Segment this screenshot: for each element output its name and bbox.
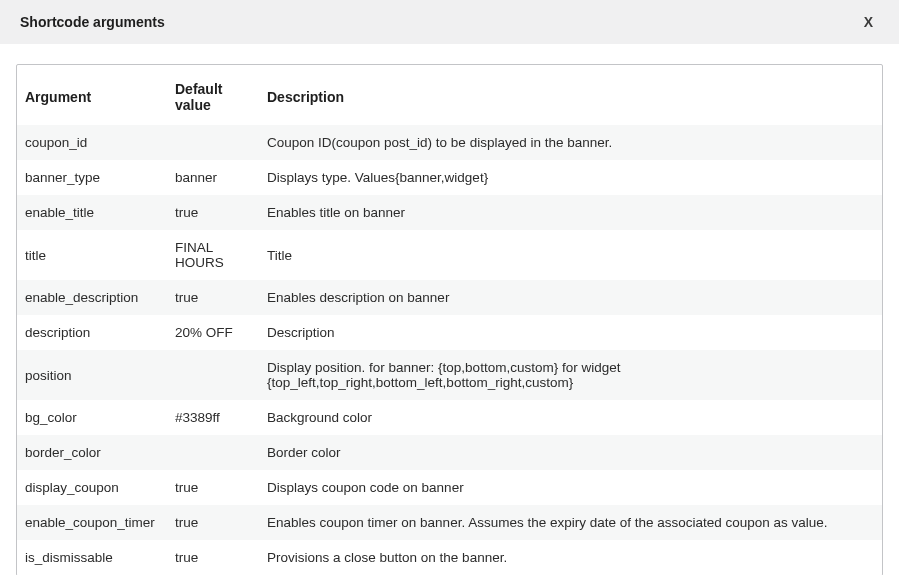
table-row: enable_coupon_timer true Enables coupon … [17,505,882,540]
default-cell: true [167,195,259,230]
default-cell: FINAL HOURS [167,230,259,280]
default-cell [167,435,259,470]
argument-cell: is_dismissable [17,540,167,575]
default-cell [167,125,259,160]
default-cell: true [167,470,259,505]
table-row: bg_color #3389ff Background color [17,400,882,435]
argument-cell: border_color [17,435,167,470]
description-cell: Display position. for banner: {top,botto… [259,350,882,400]
table-row: title FINAL HOURS Title [17,230,882,280]
modal-title: Shortcode arguments [20,14,165,30]
description-cell: Title [259,230,882,280]
argument-cell: bg_color [17,400,167,435]
default-cell: true [167,280,259,315]
argument-cell: enable_coupon_timer [17,505,167,540]
default-cell: 20% OFF [167,315,259,350]
description-cell: Provisions a close button on the banner. [259,540,882,575]
table-row: enable_description true Enables descript… [17,280,882,315]
argument-cell: display_coupon [17,470,167,505]
modal-content: Argument Default value Description coupo… [0,44,899,575]
default-cell [167,350,259,400]
description-cell: Enables coupon timer on banner. Assumes … [259,505,882,540]
col-argument-header: Argument [17,65,167,125]
default-cell: banner [167,160,259,195]
table-header-row: Argument Default value Description [17,65,882,125]
description-cell: Enables title on banner [259,195,882,230]
close-button[interactable]: X [858,12,879,32]
description-cell: Displays type. Values{banner,widget} [259,160,882,195]
table-row: coupon_id Coupon ID(coupon post_id) to b… [17,125,882,160]
argument-cell: banner_type [17,160,167,195]
argument-cell: enable_title [17,195,167,230]
default-cell: true [167,540,259,575]
arguments-table: Argument Default value Description coupo… [17,65,882,575]
argument-cell: description [17,315,167,350]
table-row: position Display position. for banner: {… [17,350,882,400]
table-row: enable_title true Enables title on banne… [17,195,882,230]
description-cell: Border color [259,435,882,470]
arguments-table-wrap: Argument Default value Description coupo… [16,64,883,575]
table-row: border_color Border color [17,435,882,470]
col-description-header: Description [259,65,882,125]
modal-header: Shortcode arguments X [0,0,899,44]
default-cell: true [167,505,259,540]
table-row: is_dismissable true Provisions a close b… [17,540,882,575]
table-row: display_coupon true Displays coupon code… [17,470,882,505]
argument-cell: position [17,350,167,400]
description-cell: Description [259,315,882,350]
table-row: description 20% OFF Description [17,315,882,350]
argument-cell: enable_description [17,280,167,315]
argument-cell: coupon_id [17,125,167,160]
description-cell: Displays coupon code on banner [259,470,882,505]
argument-cell: title [17,230,167,280]
description-cell: Enables description on banner [259,280,882,315]
description-cell: Background color [259,400,882,435]
table-row: banner_type banner Displays type. Values… [17,160,882,195]
col-default-header: Default value [167,65,259,125]
default-cell: #3389ff [167,400,259,435]
description-cell: Coupon ID(coupon post_id) to be displaye… [259,125,882,160]
